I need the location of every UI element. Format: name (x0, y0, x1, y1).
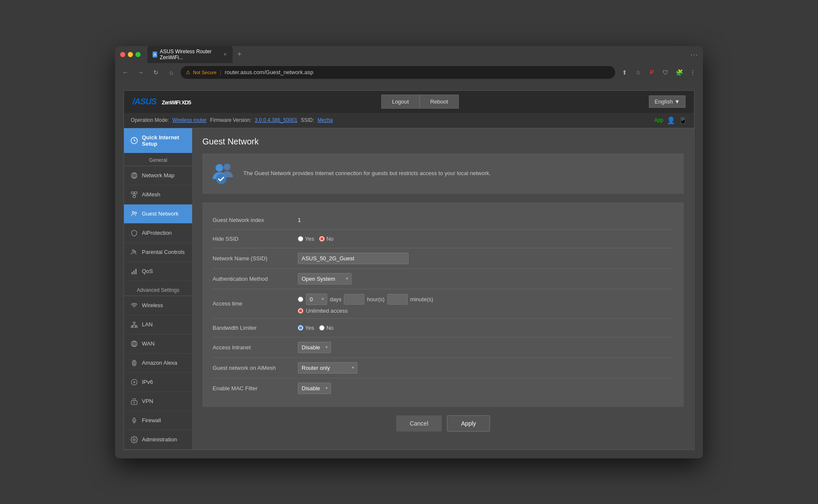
apply-button[interactable]: Apply (447, 415, 490, 432)
minimize-traffic-light[interactable] (128, 52, 133, 57)
mac-filter-control: Disable Enable (298, 383, 674, 394)
reload-button[interactable]: ↻ (150, 66, 162, 78)
timed-access-radio[interactable] (298, 297, 303, 302)
sidebar-item-firewall[interactable]: Firewall (124, 411, 192, 430)
logout-tab[interactable]: Logout (381, 95, 420, 109)
separator: | (220, 69, 221, 75)
app-link[interactable]: App (654, 117, 663, 123)
sidebar-label-administration: Administration (142, 436, 177, 443)
sidebar-item-guest-network[interactable]: Guest Network (124, 204, 192, 224)
sidebar-item-wireless[interactable]: Wireless (124, 296, 192, 315)
router-frame: /ASUS ZenWiFi XD5 Logout Reboot English … (124, 90, 694, 450)
unlimited-access-radio[interactable] (298, 308, 303, 314)
browser-tab-active[interactable]: A ASUS Wireless Router ZenWiFi... ✕ (147, 46, 233, 63)
home-button[interactable]: ⌂ (165, 66, 177, 78)
svg-point-16 (134, 307, 135, 308)
mobile-icon: 📱 (679, 116, 687, 124)
browser-navbar: ← → ↻ ⌂ ⚠ Not Secure | router.asus.com/G… (115, 63, 703, 82)
sidebar-item-wan[interactable]: WAN (124, 334, 192, 354)
sidebar-item-qos[interactable]: QoS (124, 262, 192, 281)
tab-close-button[interactable]: ✕ (223, 52, 228, 58)
tab-bar: A ASUS Wireless Router ZenWiFi... ✕ + (147, 46, 687, 63)
sidebar-item-vpn[interactable]: VPN (124, 392, 192, 411)
sidebar-item-lan[interactable]: LAN (124, 315, 192, 334)
hours-input[interactable] (344, 294, 364, 305)
new-tab-button[interactable]: + (234, 49, 245, 60)
quick-internet-setup-button[interactable]: Quick Internet Setup (124, 128, 192, 153)
access-time-row: 0 1 days hour(s) minute(s) (298, 294, 433, 314)
hide-ssid-yes-radio[interactable] (298, 236, 303, 242)
auth-control: Open System WPA2-Personal WPA3-Personal (298, 273, 674, 285)
reboot-tab[interactable]: Reboot (420, 95, 459, 109)
ssid-link[interactable]: Mezha (317, 117, 333, 123)
wireless-icon (130, 301, 138, 310)
sidebar-item-network-map[interactable]: Network Map (124, 166, 192, 185)
sidebar-label-wan: WAN (142, 340, 155, 347)
form-row-hide-ssid: Hide SSID Yes No (213, 230, 674, 248)
profile-button[interactable]: P (646, 66, 658, 78)
form-row-mac-filter: Enable MAC Filter Disable Enable (213, 378, 674, 398)
bandwidth-yes-radio[interactable] (298, 325, 303, 331)
general-section-title: General (124, 153, 192, 166)
browser-titlebar: A ASUS Wireless Router ZenWiFi... ✕ + ⋯ (115, 46, 703, 63)
language-selector[interactable]: English ▼ (649, 95, 686, 108)
ssid-label: SSID: (301, 117, 314, 123)
menu-button[interactable]: ⋮ (687, 66, 699, 78)
bandwidth-yes-label[interactable]: Yes (298, 325, 314, 331)
model-name: ZenWiFi XD5 (162, 99, 191, 106)
hide-ssid-no-label[interactable]: No (319, 236, 334, 242)
sidebar-item-aimesh[interactable]: AiMesh (124, 185, 192, 204)
browser-window: A ASUS Wireless Router ZenWiFi... ✕ + ⋯ … (115, 46, 703, 458)
operation-mode-link[interactable]: Wireless router (172, 117, 207, 123)
ssid-input[interactable] (298, 253, 409, 264)
bandwidth-no-label[interactable]: No (319, 325, 334, 331)
svg-line-8 (134, 193, 136, 196)
access-intranet-select[interactable]: Disable Enable (298, 342, 331, 353)
svg-point-36 (216, 174, 226, 184)
mac-filter-select[interactable]: Disable Enable (298, 383, 331, 394)
sidebar-item-ipv6[interactable]: IPv6 (124, 373, 192, 392)
extensions-button[interactable]: 🧩 (673, 66, 685, 78)
hours-label: hour(s) (367, 296, 384, 302)
forward-button[interactable]: → (135, 66, 147, 78)
shield-button[interactable]: 🛡 (660, 66, 671, 78)
sidebar-item-aiprotection[interactable]: AiProtection (124, 224, 192, 243)
status-icons: App 👤 📱 (654, 116, 687, 124)
bandwidth-radio-group: Yes No (298, 325, 334, 331)
sidebar: Quick Internet Setup General Network Map (124, 128, 192, 449)
user-icon: 👤 (667, 116, 675, 124)
hide-ssid-no-radio[interactable] (319, 236, 325, 242)
url-text: router.asus.com/Guest_network.asp (225, 69, 313, 75)
aimesh-guest-select[interactable]: Router only All nodes (298, 362, 357, 374)
bookmark-button[interactable]: ☆ (632, 66, 644, 78)
network-map-icon (130, 171, 138, 180)
form-row-aimesh-guest: Guest network on AiMesh Router only All … (213, 358, 674, 378)
firmware-version-link[interactable]: 3.0.0.4.386_50001 (255, 117, 297, 123)
guest-icon-svg (209, 159, 236, 187)
window-control-minimize[interactable]: ⋯ (690, 50, 698, 59)
sidebar-item-administration[interactable]: Administration (124, 430, 192, 449)
sidebar-item-parental-controls[interactable]: Parental Controls (124, 243, 192, 262)
access-time-inputs: 0 1 days hour(s) minute(s) (298, 294, 433, 305)
access-intranet-select-wrap: Disable Enable (298, 342, 331, 353)
share-button[interactable]: ⬆ (619, 66, 631, 78)
address-bar[interactable]: ⚠ Not Secure | router.asus.com/Guest_net… (181, 66, 615, 79)
form-row-auth: Authentication Method Open System WPA2-P… (213, 269, 674, 289)
cancel-button[interactable]: Cancel (396, 415, 442, 432)
form-row-access-intranet: Access Intranet Disable Enable (213, 337, 674, 358)
status-bar: Operation Mode: Wireless router Firmware… (124, 113, 694, 128)
minutes-input[interactable] (387, 294, 408, 305)
days-select[interactable]: 0 1 (306, 294, 327, 305)
svg-point-33 (133, 438, 135, 441)
back-button[interactable]: ← (119, 66, 131, 78)
main-layout: Quick Internet Setup General Network Map (124, 128, 694, 449)
close-traffic-light[interactable] (120, 52, 125, 57)
bandwidth-no-radio[interactable] (319, 325, 325, 331)
router-header: /ASUS ZenWiFi XD5 Logout Reboot English … (124, 91, 694, 113)
maximize-traffic-light[interactable] (135, 52, 141, 57)
hide-ssid-yes-label[interactable]: Yes (298, 236, 314, 242)
header-tabs: Logout Reboot (381, 95, 459, 109)
guest-network-illustration (209, 159, 236, 188)
sidebar-item-amazon-alexa[interactable]: Amazon Alexa (124, 354, 192, 373)
auth-select[interactable]: Open System WPA2-Personal WPA3-Personal (298, 273, 351, 285)
